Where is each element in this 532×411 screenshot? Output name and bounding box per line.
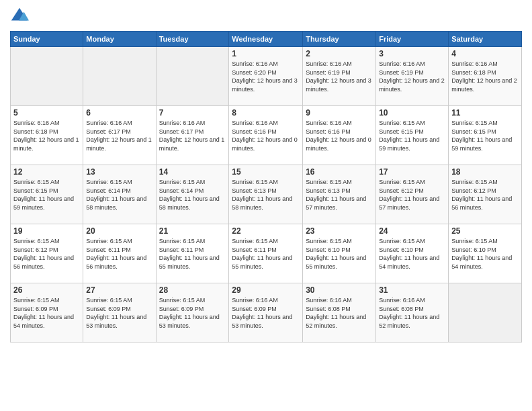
calendar-cell: 14Sunrise: 6:15 AM Sunset: 6:14 PM Dayli… bbox=[156, 165, 229, 224]
day-number: 25 bbox=[451, 226, 519, 236]
calendar-table: SundayMondayTuesdayWednesdayThursdayFrid… bbox=[10, 31, 522, 342]
day-info: Sunrise: 6:15 AM Sunset: 6:13 PM Dayligh… bbox=[232, 178, 300, 212]
day-info: Sunrise: 6:15 AM Sunset: 6:11 PM Dayligh… bbox=[159, 237, 226, 271]
day-info: Sunrise: 6:16 AM Sunset: 6:19 PM Dayligh… bbox=[379, 60, 445, 93]
logo bbox=[10, 7, 30, 26]
day-info: Sunrise: 6:15 AM Sunset: 6:12 PM Dayligh… bbox=[379, 178, 445, 212]
day-info: Sunrise: 6:15 AM Sunset: 6:09 PM Dayligh… bbox=[13, 296, 80, 330]
calendar-week-row: 5Sunrise: 6:16 AM Sunset: 6:18 PM Daylig… bbox=[11, 106, 522, 165]
calendar-cell: 2Sunrise: 6:16 AM Sunset: 6:19 PM Daylig… bbox=[303, 47, 376, 106]
calendar-cell: 19Sunrise: 6:15 AM Sunset: 6:12 PM Dayli… bbox=[11, 224, 83, 283]
calendar-header-row: SundayMondayTuesdayWednesdayThursdayFrid… bbox=[11, 32, 522, 47]
page: SundayMondayTuesdayWednesdayThursdayFrid… bbox=[0, 0, 532, 411]
day-info: Sunrise: 6:15 AM Sunset: 6:15 PM Dayligh… bbox=[451, 119, 519, 152]
day-info: Sunrise: 6:15 AM Sunset: 6:13 PM Dayligh… bbox=[306, 178, 373, 212]
header bbox=[10, 7, 522, 26]
day-info: Sunrise: 6:15 AM Sunset: 6:10 PM Dayligh… bbox=[451, 237, 519, 271]
calendar-cell: 7Sunrise: 6:16 AM Sunset: 6:17 PM Daylig… bbox=[156, 106, 229, 165]
day-number: 18 bbox=[451, 167, 519, 177]
day-number: 1 bbox=[232, 49, 300, 58]
calendar-cell: 29Sunrise: 6:16 AM Sunset: 6:09 PM Dayli… bbox=[229, 283, 303, 342]
calendar-cell: 18Sunrise: 6:15 AM Sunset: 6:12 PM Dayli… bbox=[449, 165, 522, 224]
day-number: 9 bbox=[306, 108, 373, 118]
day-number: 31 bbox=[379, 285, 445, 295]
calendar-day-header: Monday bbox=[83, 32, 156, 47]
day-number: 20 bbox=[86, 226, 152, 236]
calendar-cell: 23Sunrise: 6:15 AM Sunset: 6:10 PM Dayli… bbox=[303, 224, 376, 283]
calendar-cell: 25Sunrise: 6:15 AM Sunset: 6:10 PM Dayli… bbox=[449, 224, 522, 283]
calendar-cell: 10Sunrise: 6:15 AM Sunset: 6:15 PM Dayli… bbox=[376, 106, 449, 165]
day-number: 13 bbox=[86, 167, 152, 177]
logo-icon bbox=[10, 7, 29, 26]
day-info: Sunrise: 6:15 AM Sunset: 6:09 PM Dayligh… bbox=[86, 296, 152, 330]
day-info: Sunrise: 6:15 AM Sunset: 6:10 PM Dayligh… bbox=[306, 237, 373, 271]
day-number: 17 bbox=[379, 167, 445, 177]
day-number: 19 bbox=[13, 226, 80, 236]
calendar-cell: 21Sunrise: 6:15 AM Sunset: 6:11 PM Dayli… bbox=[156, 224, 229, 283]
day-number: 8 bbox=[232, 108, 300, 118]
calendar-cell: 8Sunrise: 6:16 AM Sunset: 6:16 PM Daylig… bbox=[229, 106, 303, 165]
day-number: 30 bbox=[306, 285, 373, 295]
day-number: 27 bbox=[86, 285, 152, 295]
calendar-cell: 27Sunrise: 6:15 AM Sunset: 6:09 PM Dayli… bbox=[83, 283, 156, 342]
day-info: Sunrise: 6:15 AM Sunset: 6:15 PM Dayligh… bbox=[379, 119, 445, 152]
calendar-cell: 5Sunrise: 6:16 AM Sunset: 6:18 PM Daylig… bbox=[11, 106, 83, 165]
day-info: Sunrise: 6:16 AM Sunset: 6:20 PM Dayligh… bbox=[232, 60, 300, 93]
calendar-cell: 15Sunrise: 6:15 AM Sunset: 6:13 PM Dayli… bbox=[229, 165, 303, 224]
day-number: 28 bbox=[159, 285, 226, 295]
day-number: 24 bbox=[379, 226, 445, 236]
day-info: Sunrise: 6:15 AM Sunset: 6:14 PM Dayligh… bbox=[86, 178, 152, 212]
day-number: 3 bbox=[379, 49, 445, 58]
day-number: 22 bbox=[232, 226, 300, 236]
calendar-day-header: Saturday bbox=[449, 32, 522, 47]
day-number: 6 bbox=[86, 108, 152, 118]
day-number: 2 bbox=[306, 49, 373, 58]
day-number: 5 bbox=[13, 108, 80, 118]
calendar-cell: 9Sunrise: 6:16 AM Sunset: 6:16 PM Daylig… bbox=[303, 106, 376, 165]
day-number: 21 bbox=[159, 226, 226, 236]
calendar-cell: 11Sunrise: 6:15 AM Sunset: 6:15 PM Dayli… bbox=[449, 106, 522, 165]
calendar-week-row: 19Sunrise: 6:15 AM Sunset: 6:12 PM Dayli… bbox=[11, 224, 522, 283]
day-number: 29 bbox=[232, 285, 300, 295]
calendar-cell: 24Sunrise: 6:15 AM Sunset: 6:10 PM Dayli… bbox=[376, 224, 449, 283]
day-number: 16 bbox=[306, 167, 373, 177]
day-number: 12 bbox=[13, 167, 80, 177]
calendar-cell bbox=[11, 47, 83, 106]
day-info: Sunrise: 6:16 AM Sunset: 6:16 PM Dayligh… bbox=[306, 119, 373, 152]
calendar-day-header: Friday bbox=[376, 32, 449, 47]
day-number: 23 bbox=[306, 226, 373, 236]
calendar-cell: 17Sunrise: 6:15 AM Sunset: 6:12 PM Dayli… bbox=[376, 165, 449, 224]
calendar-cell: 3Sunrise: 6:16 AM Sunset: 6:19 PM Daylig… bbox=[376, 47, 449, 106]
day-info: Sunrise: 6:15 AM Sunset: 6:10 PM Dayligh… bbox=[379, 237, 445, 271]
day-number: 14 bbox=[159, 167, 226, 177]
calendar-cell: 6Sunrise: 6:16 AM Sunset: 6:17 PM Daylig… bbox=[83, 106, 156, 165]
day-number: 4 bbox=[451, 49, 519, 58]
day-number: 10 bbox=[379, 108, 445, 118]
calendar-cell: 28Sunrise: 6:15 AM Sunset: 6:09 PM Dayli… bbox=[156, 283, 229, 342]
calendar-day-header: Wednesday bbox=[229, 32, 303, 47]
calendar-cell: 16Sunrise: 6:15 AM Sunset: 6:13 PM Dayli… bbox=[303, 165, 376, 224]
calendar-cell: 12Sunrise: 6:15 AM Sunset: 6:15 PM Dayli… bbox=[11, 165, 83, 224]
calendar-day-header: Thursday bbox=[303, 32, 376, 47]
calendar-cell: 26Sunrise: 6:15 AM Sunset: 6:09 PM Dayli… bbox=[11, 283, 83, 342]
day-info: Sunrise: 6:15 AM Sunset: 6:12 PM Dayligh… bbox=[13, 237, 80, 271]
day-number: 11 bbox=[451, 108, 519, 118]
day-info: Sunrise: 6:15 AM Sunset: 6:14 PM Dayligh… bbox=[159, 178, 226, 212]
day-info: Sunrise: 6:16 AM Sunset: 6:16 PM Dayligh… bbox=[232, 119, 300, 152]
day-number: 7 bbox=[159, 108, 226, 118]
day-number: 26 bbox=[13, 285, 80, 295]
calendar-cell bbox=[156, 47, 229, 106]
calendar-cell: 1Sunrise: 6:16 AM Sunset: 6:20 PM Daylig… bbox=[229, 47, 303, 106]
day-info: Sunrise: 6:15 AM Sunset: 6:12 PM Dayligh… bbox=[451, 178, 519, 212]
calendar-cell bbox=[83, 47, 156, 106]
calendar-week-row: 26Sunrise: 6:15 AM Sunset: 6:09 PM Dayli… bbox=[11, 283, 522, 342]
calendar-cell: 31Sunrise: 6:16 AM Sunset: 6:08 PM Dayli… bbox=[376, 283, 449, 342]
day-info: Sunrise: 6:16 AM Sunset: 6:18 PM Dayligh… bbox=[451, 60, 519, 93]
calendar-cell: 30Sunrise: 6:16 AM Sunset: 6:08 PM Dayli… bbox=[303, 283, 376, 342]
day-info: Sunrise: 6:16 AM Sunset: 6:18 PM Dayligh… bbox=[13, 119, 80, 152]
day-info: Sunrise: 6:16 AM Sunset: 6:17 PM Dayligh… bbox=[159, 119, 226, 152]
day-info: Sunrise: 6:16 AM Sunset: 6:09 PM Dayligh… bbox=[232, 296, 300, 330]
calendar-day-header: Sunday bbox=[11, 32, 83, 47]
day-number: 15 bbox=[232, 167, 300, 177]
calendar-cell: 4Sunrise: 6:16 AM Sunset: 6:18 PM Daylig… bbox=[449, 47, 522, 106]
